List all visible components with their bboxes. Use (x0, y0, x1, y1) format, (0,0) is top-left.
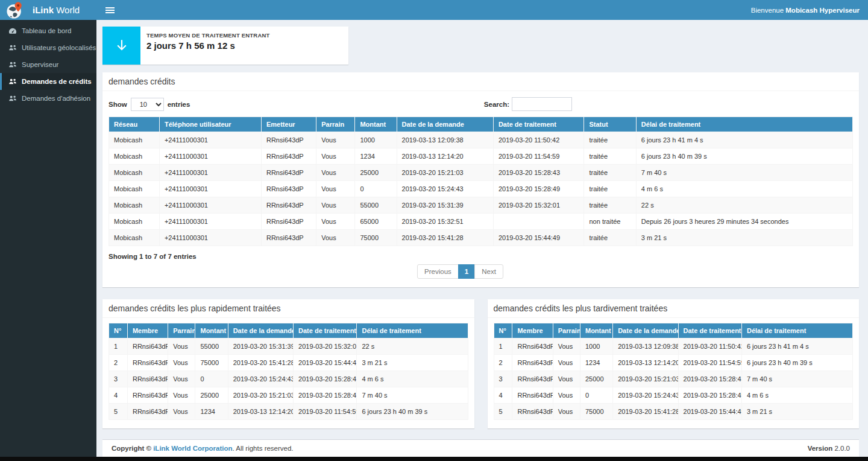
table-cell: RRnsi643dP (261, 165, 316, 181)
table-cell: RRnsi643dP (261, 214, 316, 230)
column-header: Emetteur (261, 117, 316, 132)
table-cell: 75000 (195, 355, 228, 371)
table-cell: 1 (494, 339, 512, 355)
table-cell: 75000 (580, 404, 612, 420)
table-cell: Mobicash (109, 197, 160, 214)
panel-title: demandes crédits les plus rapidement tra… (102, 299, 474, 318)
table-cell: 3 (109, 371, 128, 387)
table-cell: 2019-03-20 15:24:43 (397, 181, 493, 197)
search-control: Search: (484, 97, 572, 111)
column-header: Délai de traitement (636, 117, 852, 132)
table-cell: +24111000301 (159, 165, 261, 181)
sidebar-item-demandes-d-adhesion[interactable]: Demandes d'adhésion (0, 90, 96, 107)
table-cell: Mobicash (109, 165, 160, 181)
sidebar-item-utilisateurs-geolocalises[interactable]: Utilisateurs géolocalisés (0, 39, 96, 56)
table-cell: 2 (109, 355, 128, 371)
entries-label: entries (168, 101, 190, 108)
table-cell: 3 m 21 s (357, 355, 468, 371)
table-cell: 2019-03-20 11:54:59 (678, 355, 741, 371)
table-cell: traitée (584, 230, 636, 246)
page-length-select[interactable]: 10 (131, 98, 164, 111)
sidebar-item-superviseur[interactable]: Superviseur (0, 56, 96, 73)
table-cell: 4 (494, 387, 512, 404)
sidebar-item-demandes-de-credits[interactable]: Demandes de crédits (0, 73, 96, 90)
sidebar: iLink World Tableau de bord Utilisateurs… (0, 0, 96, 457)
previous-page-button[interactable]: Previous (417, 264, 459, 279)
table-cell: 5 (109, 404, 128, 420)
sidebar-item-label: Tableau de bord (22, 27, 71, 34)
table-cell: 2019-03-20 15:28:49 (493, 181, 584, 197)
next-page-button[interactable]: Next (474, 264, 503, 279)
table-cell: RRnsi643dP (512, 371, 553, 387)
logo[interactable]: iLink World (0, 0, 96, 20)
table-cell: RRnsi643dP (261, 148, 316, 165)
table-cell: RRnsi643dP (261, 230, 316, 246)
sidebar-item-label: Utilisateurs géolocalisés (22, 44, 96, 51)
table-cell: Vous (316, 197, 355, 214)
table-row: 1RRnsi643dPVous550002019-03-20 15:31:392… (109, 339, 468, 355)
page-1-button[interactable]: 1 (458, 264, 475, 279)
brand-text: iLink World (33, 5, 80, 15)
sidebar-item-label: Demandes d'adhésion (22, 95, 90, 102)
table-cell: 25000 (580, 371, 612, 387)
sidebar-item-tableau-de-bord[interactable]: Tableau de bord (0, 22, 96, 39)
table-info: Showing 1 to 7 of 7 entries (108, 253, 853, 260)
table-cell: 2019-03-20 15:44:49 (294, 355, 357, 371)
stat-body: TEMPS MOYEN DE TRAITEMENT ENTRANT 2 jour… (140, 27, 276, 65)
search-input[interactable] (512, 97, 572, 111)
panel-latest-treated: demandes crédits les plus tardivement tr… (488, 299, 860, 428)
column-header: Délai de traitement (741, 323, 852, 339)
table-cell: 7 m 40 s (357, 387, 468, 404)
table-cell: Mobicash (109, 181, 160, 197)
show-label: Show (108, 101, 127, 108)
table-row: Mobicash+24111000301RRnsi643dPVous100020… (109, 132, 853, 148)
table-cell: Mobicash (109, 148, 160, 165)
table-cell: RRnsi643dP (512, 387, 553, 404)
table-cell: 1234 (580, 355, 612, 371)
table-cell: 0 (580, 387, 612, 404)
table-cell: 6 jours 23 h 41 m 4 s (636, 132, 852, 148)
table-cell: 2019-03-13 12:09:38 (613, 339, 678, 355)
sidebar-item-label: Demandes de crédits (22, 78, 92, 85)
table-cell: 0 (355, 181, 397, 197)
hamburger-menu-icon[interactable] (96, 0, 123, 20)
table-cell: Vous (316, 165, 355, 181)
table-cell: Vous (316, 148, 355, 165)
stat-label: TEMPS MOYEN DE TRAITEMENT ENTRANT (146, 32, 270, 39)
table-cell: 2019-03-20 15:32:01 (493, 197, 584, 214)
column-header: Montant (580, 323, 612, 339)
content-area: TEMPS MOYEN DE TRAITEMENT ENTRANT 2 jour… (96, 20, 868, 457)
table-cell: Vous (553, 339, 580, 355)
column-header: N° (494, 323, 512, 339)
page-length-control: Show 10 entries (108, 98, 190, 111)
table-cell: traitée (584, 165, 636, 181)
table-cell: traitée (584, 132, 636, 148)
table-cell: 22 s (357, 339, 468, 355)
company-link[interactable]: iLink World Corporation (153, 445, 232, 452)
table-cell: 6 jours 23 h 40 m 39 s (741, 355, 852, 371)
table-cell: RRnsi643dP (127, 387, 168, 404)
table-cell: 75000 (355, 230, 397, 246)
table-cell: 2019-03-20 15:41:28 (397, 230, 493, 246)
table-cell: Vous (553, 387, 580, 404)
table-cell: Vous (168, 355, 195, 371)
panel-body: Show 10 entries Search: RéseauTélépho (102, 91, 859, 287)
table-cell: Vous (168, 387, 195, 404)
table-cell: 4 m 6 s (357, 371, 468, 387)
column-header: Réseau (109, 117, 160, 132)
panel-title: demandes crédits (102, 72, 859, 91)
table-row: 4RRnsi643dPVous250002019-03-20 15:21:032… (109, 387, 468, 404)
table-cell: 7 m 40 s (741, 371, 852, 387)
stat-card: TEMPS MOYEN DE TRAITEMENT ENTRANT 2 jour… (102, 27, 348, 65)
table-row: 3RRnsi643dPVous02019-03-20 15:24:432019-… (109, 371, 468, 387)
column-header: Téléphone utilisateur (159, 117, 261, 132)
pagination: Previous 1 Next (108, 264, 812, 279)
table-cell: 2019-03-20 15:28:43 (678, 371, 741, 387)
table-cell: 65000 (355, 214, 397, 230)
sidebar-menu: Tableau de bord Utilisateurs géolocalisé… (0, 22, 96, 107)
table-cell (493, 214, 584, 230)
table-cell: 6 jours 23 h 40 m 39 s (357, 404, 468, 420)
column-header: Délai de traitement (357, 323, 468, 339)
table-cell: Vous (168, 371, 195, 387)
welcome-text: Bienvenue Mobicash Hyperviseur (751, 7, 868, 14)
